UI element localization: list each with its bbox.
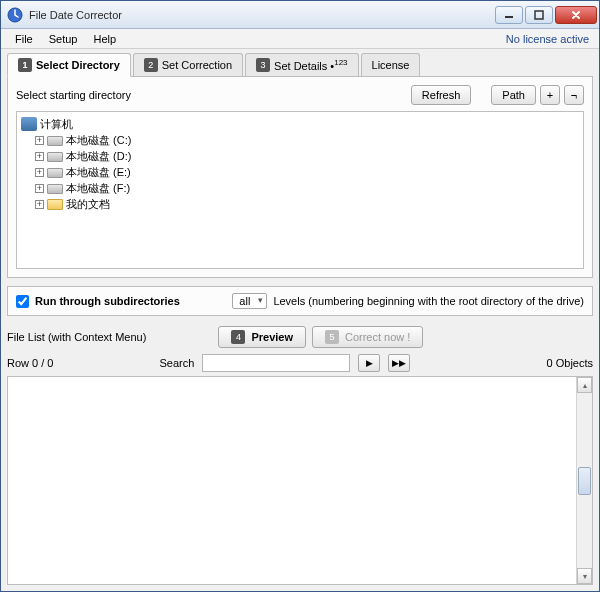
tab-set-correction[interactable]: 2 Set Correction: [133, 53, 243, 76]
maximize-button[interactable]: [525, 6, 553, 24]
levels-text: Levels (numbering beginning with the roo…: [273, 295, 584, 307]
svg-rect-2: [535, 11, 543, 19]
toggle-path-button[interactable]: ¬: [564, 85, 584, 105]
tab-number: 3: [256, 58, 270, 72]
add-path-button[interactable]: +: [540, 85, 560, 105]
drive-icon: [47, 152, 63, 162]
objects-count: 0 Objects: [547, 357, 593, 369]
search-label: Search: [159, 357, 194, 369]
content-area: 1 Select Directory 2 Set Correction 3 Se…: [1, 49, 599, 591]
tree-label: 本地磁盘 (E:): [66, 165, 131, 180]
levels-select[interactable]: all: [232, 293, 267, 309]
tree-drive[interactable]: + 本地磁盘 (F:): [35, 180, 579, 196]
expand-icon[interactable]: +: [35, 184, 44, 193]
action-row: File List (with Context Menu) 4 Preview …: [7, 326, 593, 348]
tree-documents[interactable]: + 我的文档: [35, 196, 579, 212]
file-list-heading: File List (with Context Menu): [7, 331, 146, 343]
app-icon: [7, 7, 23, 23]
button-label: Preview: [251, 331, 293, 343]
row-counter: Row 0 / 0: [7, 357, 53, 369]
close-button[interactable]: [555, 6, 597, 24]
search-input[interactable]: [202, 354, 350, 372]
step-number: 4: [231, 330, 245, 344]
directory-tree[interactable]: 计算机 + 本地磁盘 (C:) + 本地磁盘 (D:) + 本地磁盘 (E:): [16, 111, 584, 269]
tab-pane-select-directory: Select starting directory Refresh Path +…: [7, 77, 593, 278]
tree-label: 本地磁盘 (F:): [66, 181, 130, 196]
directory-header-row: Select starting directory Refresh Path +…: [16, 85, 584, 105]
tree-root[interactable]: 计算机: [21, 116, 579, 132]
scroll-down-button[interactable]: ▾: [577, 568, 592, 584]
tree-drive[interactable]: + 本地磁盘 (D:): [35, 148, 579, 164]
run-subdirectories-label: Run through subdirectories: [35, 295, 180, 307]
tab-label: License: [372, 59, 410, 71]
path-button[interactable]: Path: [491, 85, 536, 105]
tab-set-details[interactable]: 3 Set Details •123: [245, 53, 358, 76]
computer-icon: [21, 117, 37, 131]
button-label: Correct now !: [345, 331, 410, 343]
drive-icon: [47, 184, 63, 194]
vertical-scrollbar[interactable]: ▴ ▾: [576, 377, 592, 584]
tree-label: 我的文档: [66, 197, 110, 212]
search-row: Row 0 / 0 Search ▶ ▶▶ 0 Objects: [7, 354, 593, 372]
drive-icon: [47, 168, 63, 178]
tree-drive[interactable]: + 本地磁盘 (E:): [35, 164, 579, 180]
scroll-up-button[interactable]: ▴: [577, 377, 592, 393]
tab-label: Set Correction: [162, 59, 232, 71]
tab-label: Select Directory: [36, 59, 120, 71]
step-number: 5: [325, 330, 339, 344]
scroll-thumb[interactable]: [578, 467, 591, 495]
expand-icon[interactable]: +: [35, 136, 44, 145]
expand-icon[interactable]: +: [35, 152, 44, 161]
tree-drive[interactable]: + 本地磁盘 (C:): [35, 132, 579, 148]
subdirectory-panel: Run through subdirectories all Levels (n…: [7, 286, 593, 316]
tab-strip: 1 Select Directory 2 Set Correction 3 Se…: [7, 53, 593, 77]
tab-license[interactable]: License: [361, 53, 421, 76]
expand-icon[interactable]: +: [35, 200, 44, 209]
tab-label: Set Details •123: [274, 58, 347, 72]
run-subdirectories-checkbox[interactable]: [16, 295, 29, 308]
search-next-button[interactable]: ▶: [358, 354, 380, 372]
tree-label: 计算机: [40, 117, 73, 132]
window-title: File Date Corrector: [29, 9, 493, 21]
menu-setup[interactable]: Setup: [41, 31, 86, 47]
menu-file[interactable]: File: [7, 31, 41, 47]
refresh-button[interactable]: Refresh: [411, 85, 472, 105]
drive-icon: [47, 136, 63, 146]
tab-number: 2: [144, 58, 158, 72]
tree-label: 本地磁盘 (C:): [66, 133, 131, 148]
minimize-button[interactable]: [495, 6, 523, 24]
tree-label: 本地磁盘 (D:): [66, 149, 131, 164]
search-last-button[interactable]: ▶▶: [388, 354, 410, 372]
preview-button[interactable]: 4 Preview: [218, 326, 306, 348]
select-directory-heading: Select starting directory: [16, 89, 131, 101]
menu-help[interactable]: Help: [85, 31, 124, 47]
tab-number: 1: [18, 58, 32, 72]
tab-select-directory[interactable]: 1 Select Directory: [7, 53, 131, 77]
file-list[interactable]: ▴ ▾: [7, 376, 593, 585]
expand-icon[interactable]: +: [35, 168, 44, 177]
title-bar: File Date Corrector: [1, 1, 599, 29]
license-status: No license active: [506, 33, 593, 45]
menu-bar: File Setup Help No license active: [1, 29, 599, 49]
folder-icon: [47, 199, 63, 210]
app-window: File Date Corrector File Setup Help No l…: [0, 0, 600, 592]
correct-now-button[interactable]: 5 Correct now !: [312, 326, 423, 348]
